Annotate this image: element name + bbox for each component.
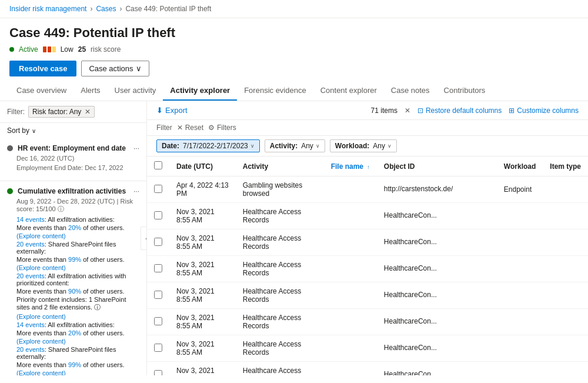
- tab-activity-explorer[interactable]: Activity explorer: [163, 81, 237, 101]
- table-container: Date (UTC) Activity File name ↑ Object I…: [147, 156, 588, 375]
- severity-label: Low: [61, 45, 74, 54]
- date-filter-chip[interactable]: Date: 7/17/2022-2/17/2023 ∨: [156, 139, 260, 152]
- row-checkbox-cell: [147, 282, 169, 309]
- filter-bar: Filter: Risk factor: Any ✕: [0, 101, 146, 123]
- event-exfil-date: Aug 9, 2022 - Dec 28, 2022 (UTC) | Risk …: [16, 198, 139, 214]
- exfil-detail-10: 20 events: Shared SharePoint files exter…: [16, 346, 139, 360]
- tab-alerts[interactable]: Alerts: [74, 81, 107, 101]
- row-date-7: Nov 3, 2021 8:55 AM: [169, 362, 236, 376]
- sort-bar[interactable]: Sort by ∨: [0, 123, 146, 138]
- case-actions-button[interactable]: Case actions ∨: [81, 61, 149, 76]
- exfil-explore-2[interactable]: (Explore content): [16, 264, 139, 271]
- row-itemtype-1: [543, 203, 588, 229]
- sort-label: Sort by: [7, 126, 29, 135]
- filters-icon: ⚙: [208, 124, 215, 132]
- event-exfil-more-icon[interactable]: ···: [133, 187, 139, 195]
- row-activity-3: Healthcare Access Records: [236, 256, 324, 282]
- row-checkbox-1[interactable]: [154, 211, 162, 219]
- row-checkbox-0[interactable]: [154, 185, 162, 193]
- close-items-icon[interactable]: ✕: [405, 106, 410, 115]
- reset-button[interactable]: ✕ Reset: [177, 124, 203, 132]
- row-objectid-1: HealthcareCon...: [377, 203, 497, 229]
- select-all-checkbox[interactable]: [154, 161, 162, 169]
- event-exfil: Cumulative exfiltration activities ··· A…: [0, 181, 146, 375]
- table-row: Nov 3, 2021 8:55 AM Healthcare Access Re…: [147, 256, 588, 282]
- row-checkbox-5[interactable]: [154, 317, 162, 325]
- breadcrumb-current: Case 449: Potential IP theft: [125, 5, 211, 13]
- header-filename[interactable]: File name ↑: [324, 156, 377, 176]
- restore-default-columns-button[interactable]: ⊡ Restore default columns: [417, 106, 502, 115]
- exfil-detail-7: Priority content includes: 1 SharePoint …: [16, 296, 139, 312]
- tab-case-overview[interactable]: Case overview: [9, 81, 74, 101]
- exfil-explore-3[interactable]: (Explore content): [16, 313, 139, 320]
- row-filename-1: [324, 203, 377, 229]
- row-checkbox-4[interactable]: [154, 291, 162, 299]
- header-date[interactable]: Date (UTC): [169, 156, 236, 176]
- export-label: Export: [165, 106, 188, 115]
- export-icon: ⬇: [156, 106, 163, 115]
- main-content: Filter: Risk factor: Any ✕ Sort by ∨ HR …: [0, 101, 588, 375]
- header-objectid[interactable]: Object ID: [377, 156, 497, 176]
- row-checkbox-7[interactable]: [154, 370, 162, 376]
- activity-filter-chip[interactable]: Activity: Any ∨: [265, 139, 325, 152]
- event-dot-gray: [7, 145, 13, 151]
- row-objectid-2: HealthcareCon...: [377, 229, 497, 256]
- filters-button[interactable]: ⚙ Filters: [208, 124, 236, 132]
- exfil-detail-9: More events than 20% of other users.: [16, 329, 139, 337]
- collapse-panel-button[interactable]: ‹: [141, 227, 147, 250]
- filter-close-icon[interactable]: ✕: [85, 108, 91, 116]
- event-hr-more-icon[interactable]: ···: [133, 144, 139, 152]
- export-button[interactable]: ⬇ Export: [156, 106, 188, 115]
- status-row: Active Low 25 risk score: [9, 45, 579, 54]
- header-workload[interactable]: Workload: [497, 156, 543, 176]
- row-checkbox-2[interactable]: [154, 238, 162, 246]
- sort-chevron-icon: ∨: [32, 128, 36, 134]
- breadcrumb-link-2[interactable]: Cases: [96, 5, 116, 13]
- filter-tag-value: Risk factor: Any: [32, 108, 81, 116]
- tab-content-explorer[interactable]: Content explorer: [313, 81, 384, 101]
- row-workload-4: [497, 282, 543, 309]
- reset-icon: ✕: [177, 124, 183, 132]
- exfil-explore-5[interactable]: (Explore content): [16, 369, 139, 375]
- breadcrumb-link-1[interactable]: Insider risk management: [9, 5, 86, 13]
- row-checkbox-3[interactable]: [154, 264, 162, 272]
- row-filename-2: [324, 229, 377, 256]
- activity-chip-label: Activity:: [270, 142, 298, 150]
- event-exfil-title: Cumulative exfiltration activities: [18, 187, 126, 195]
- row-itemtype-0: [543, 176, 588, 203]
- tab-contributors[interactable]: Contributors: [437, 81, 493, 101]
- sort-icon: ↑: [367, 164, 370, 170]
- date-chip-value: 7/17/2022-2/17/2023: [183, 142, 248, 150]
- customize-columns-button[interactable]: ⊞ Customize columns: [509, 106, 579, 115]
- filter-label: Filter:: [7, 108, 25, 116]
- header-activity[interactable]: Activity: [236, 156, 324, 176]
- tab-user-activity[interactable]: User activity: [108, 81, 163, 101]
- resolve-case-button[interactable]: Resolve case: [9, 61, 76, 76]
- exfil-explore-4[interactable]: (Explore content): [16, 338, 139, 345]
- page-header: Case 449: Potential IP theft Active Low …: [0, 18, 588, 58]
- row-checkbox-cell: [147, 176, 169, 203]
- workload-chip-value: Any: [373, 142, 385, 150]
- row-filename-6: [324, 335, 377, 362]
- table-row: Nov 3, 2021 8:55 AM Healthcare Access Re…: [147, 335, 588, 362]
- customize-icon: ⊞: [509, 106, 514, 115]
- row-date-3: Nov 3, 2021 8:55 AM: [169, 256, 236, 282]
- severity-bar-1: [43, 46, 46, 52]
- row-workload-0: Endpoint: [497, 176, 543, 203]
- row-checkbox-6[interactable]: [154, 344, 162, 352]
- row-objectid-4: HealthcareCon...: [377, 282, 497, 309]
- tab-forensic-evidence[interactable]: Forensic evidence: [237, 81, 313, 101]
- breadcrumb: Insider risk management › Cases › Case 4…: [0, 0, 588, 18]
- row-checkbox-cell: [147, 256, 169, 282]
- row-activity-5: Healthcare Access Records: [236, 309, 324, 335]
- activity-chip-chevron-icon: ∨: [316, 143, 320, 149]
- header-itemtype[interactable]: Item type: [543, 156, 588, 176]
- tab-case-notes[interactable]: Case notes: [384, 81, 437, 101]
- activity-table: Date (UTC) Activity File name ↑ Object I…: [147, 156, 588, 375]
- row-filename-0: [324, 176, 377, 203]
- workload-filter-chip[interactable]: Workload: Any ∨: [330, 139, 397, 152]
- row-activity-1: Healthcare Access Records: [236, 203, 324, 229]
- filter-tag[interactable]: Risk factor: Any ✕: [28, 106, 95, 118]
- row-date-2: Nov 3, 2021 8:55 AM: [169, 229, 236, 256]
- exfil-explore-1[interactable]: (Explore content): [16, 232, 139, 239]
